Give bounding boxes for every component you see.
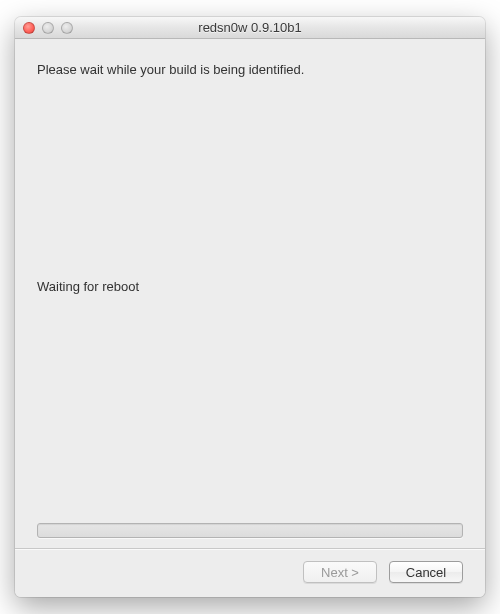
status-text: Waiting for reboot xyxy=(37,279,463,294)
progress-bar xyxy=(37,523,463,538)
traffic-lights xyxy=(23,22,73,34)
button-row: Next > Cancel xyxy=(37,561,463,583)
window-title: redsn0w 0.9.10b1 xyxy=(15,20,485,35)
app-window: redsn0w 0.9.10b1 Please wait while your … xyxy=(15,17,485,597)
titlebar[interactable]: redsn0w 0.9.10b1 xyxy=(15,17,485,39)
separator xyxy=(15,548,485,549)
next-button: Next > xyxy=(303,561,377,583)
close-icon[interactable] xyxy=(23,22,35,34)
spacer xyxy=(37,294,463,523)
content-area: Please wait while your build is being id… xyxy=(15,39,485,597)
instruction-text: Please wait while your build is being id… xyxy=(37,61,463,79)
zoom-icon[interactable] xyxy=(61,22,73,34)
cancel-button[interactable]: Cancel xyxy=(389,561,463,583)
minimize-icon[interactable] xyxy=(42,22,54,34)
